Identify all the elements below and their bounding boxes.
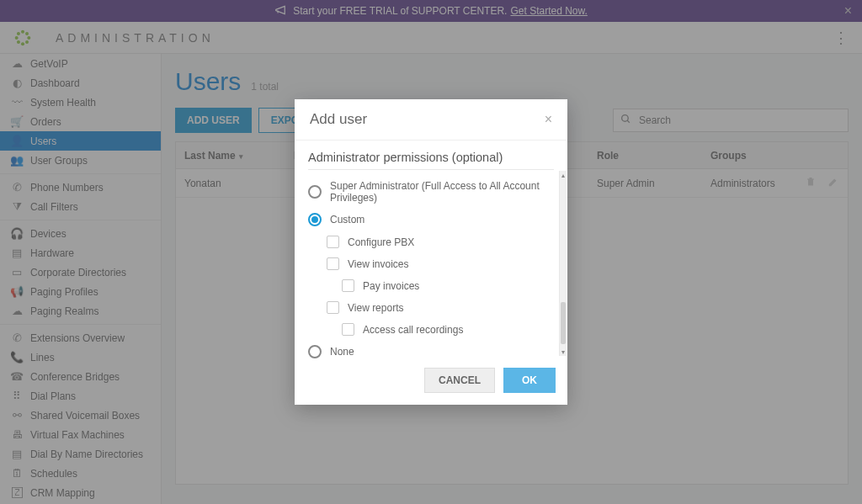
radio-custom-input[interactable] [308,213,322,226]
radio-super-admin[interactable]: Super Administrator (Full Access to All … [308,180,554,204]
close-icon[interactable]: × [545,112,552,127]
checkbox-view-inv[interactable] [327,257,339,270]
check-view-reports[interactable]: View reports [327,301,554,314]
add-user-modal: Add user × Administrator permissions (op… [295,99,567,405]
checkbox-reports[interactable] [327,301,339,314]
modal-footer: CANCEL OK [295,359,567,405]
ok-button[interactable]: OK [503,368,556,393]
check-pay-invoices[interactable]: Pay invoices [342,279,554,292]
check-recordings[interactable]: Access call recordings [342,323,554,336]
scroll-thumb[interactable] [561,302,566,344]
checkbox-pay-inv[interactable] [342,279,354,292]
check-view-invoices[interactable]: View invoices [327,257,554,270]
modal-header: Add user × [295,99,567,141]
radio-super-input[interactable] [308,185,322,199]
section-admin-perms: Administrator permissions (optional) [308,151,554,170]
radio-custom[interactable]: Custom [308,213,554,226]
scroll-up-icon[interactable]: ▴ [560,171,567,179]
cancel-button[interactable]: CANCEL [424,368,495,393]
modal-title: Add user [310,111,367,128]
modal-body: Administrator permissions (optional) Sup… [295,141,567,359]
radio-none[interactable]: None [308,345,554,358]
checkbox-recordings[interactable] [342,323,354,336]
radio-none-input[interactable] [308,345,322,358]
modal-scrollbar[interactable]: ▴ ▾ [559,171,567,356]
check-configure-pbx[interactable]: Configure PBX [327,236,554,248]
modal-overlay[interactable]: Add user × Administrator permissions (op… [0,0,862,504]
scroll-down-icon[interactable]: ▾ [560,347,567,356]
checkbox-pbx[interactable] [327,236,339,248]
